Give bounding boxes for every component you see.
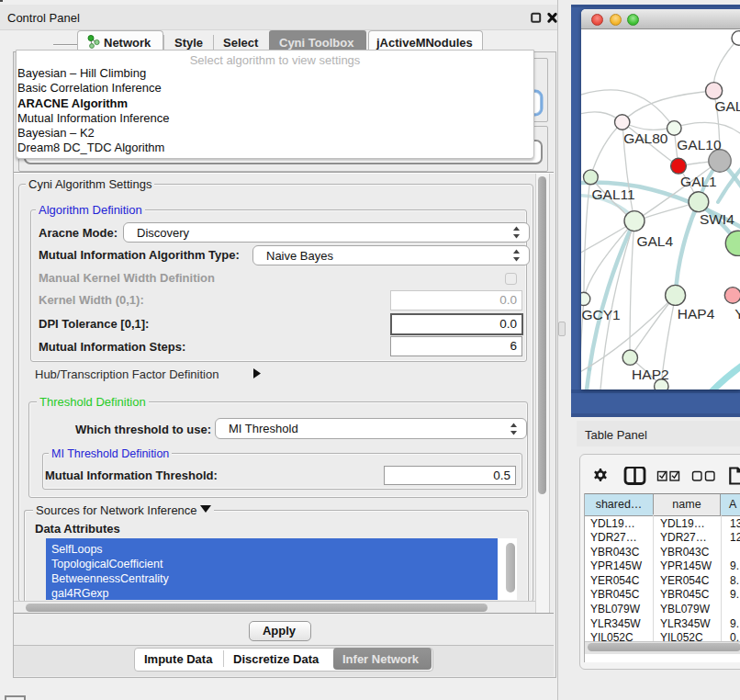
svg-text:SWI4: SWI4 <box>700 211 734 227</box>
svg-text:Y: Y <box>734 306 740 322</box>
svg-text:GAL4: GAL4 <box>636 233 673 249</box>
svg-text:HAP4: HAP4 <box>678 306 715 322</box>
svg-text:GAL10: GAL10 <box>677 137 722 152</box>
svg-text:GAL7: GAL7 <box>714 98 740 114</box>
svg-text:GAL1: GAL1 <box>680 174 717 189</box>
svg-text:GAL80: GAL80 <box>623 130 668 146</box>
svg-text:GCY1: GCY1 <box>582 307 621 322</box>
svg-text:GAL11: GAL11 <box>592 186 635 202</box>
svg-text:HAP2: HAP2 <box>632 367 669 382</box>
